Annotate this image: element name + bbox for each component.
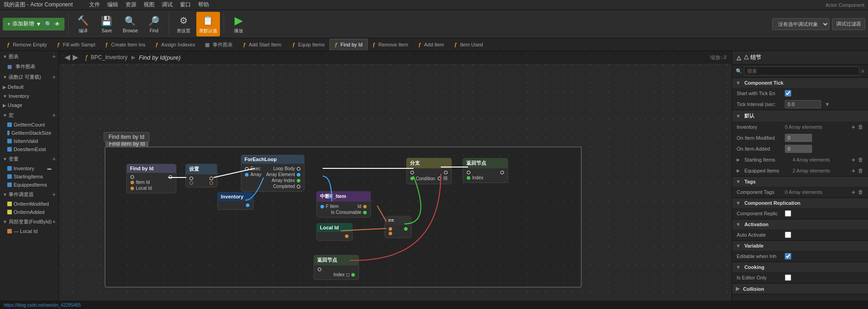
- section-replication-header[interactable]: ▼ Component Replication: [732, 198, 868, 208]
- panel-item-inventory-var[interactable]: Inventory ▬: [0, 164, 59, 172]
- add-dispatcher-btn[interactable]: +: [52, 191, 56, 198]
- panel-item-onitemmodified[interactable]: OnItemModified: [0, 200, 59, 208]
- panel-item-onitememadded[interactable]: OnItemAdded: [0, 208, 59, 216]
- panel-item-isitemvalid[interactable]: IsItemValid: [0, 137, 59, 145]
- tab-fill-sampl[interactable]: ƒ Fill with Sampl: [52, 39, 100, 51]
- tab-remove-empty[interactable]: ƒ Remove Empty: [2, 39, 52, 51]
- on-item-modified-input[interactable]: [785, 134, 812, 142]
- section-variable-header[interactable]: ▼ Variable: [732, 241, 868, 251]
- node-foreach[interactable]: ForEachLoop Exec Loop Body Array Array E…: [241, 155, 304, 192]
- section-graph[interactable]: ▼ 图表 +: [0, 51, 59, 62]
- tick-interval-input[interactable]: [785, 100, 821, 108]
- tab-remove-item[interactable]: ƒ Remove Item: [368, 39, 414, 51]
- panel-item-equippeditems-var[interactable]: EquippedItems: [0, 181, 59, 189]
- tick-enabled-checkbox[interactable]: [785, 90, 791, 96]
- section-collision-header[interactable]: ▶ Collision: [732, 284, 868, 294]
- save-button[interactable]: 💾 Save: [96, 12, 118, 36]
- tab-add-item[interactable]: ƒ Add Item: [413, 39, 449, 51]
- node-set[interactable]: 设置: [185, 164, 217, 187]
- section-activation-header[interactable]: ▼ Activation: [732, 219, 868, 229]
- component-tags-add-btn[interactable]: +: [852, 189, 855, 195]
- add-function-btn[interactable]: +: [52, 73, 56, 81]
- menu-help[interactable]: 帮助: [198, 1, 209, 9]
- add-variable-btn[interactable]: +: [52, 155, 56, 162]
- status-url[interactable]: https://blog.csdn.net/weixin_42295465: [4, 303, 81, 308]
- browse-button[interactable]: 🔍 Browse: [120, 12, 141, 36]
- tab-find-by-id[interactable]: ƒ Find by Id: [329, 39, 367, 51]
- panel-item-getitemstacksize[interactable]: GetItemStackSize: [0, 129, 59, 137]
- section-variables[interactable]: ▼ 变量 +: [0, 153, 59, 164]
- debug-filter-button[interactable]: 调试过滤器: [832, 18, 865, 30]
- section-local-vars[interactable]: ▼ 局部变量(FindById) +: [0, 216, 59, 227]
- node-return1[interactable]: 返回节点 Index: [463, 158, 508, 183]
- starting-items-trash-btn[interactable]: 🗑: [858, 157, 863, 162]
- node-branch[interactable]: 分支 Condition 假: [406, 158, 452, 184]
- panel-item-startingitems-var[interactable]: StartingItems: [0, 172, 59, 181]
- section-tick-header[interactable]: ▼ Component Tick: [732, 78, 868, 88]
- find-button[interactable]: 🔎 Find: [143, 12, 165, 36]
- equipped-items-add-btn[interactable]: +: [852, 167, 855, 174]
- menu-edit[interactable]: 编辑: [107, 1, 118, 9]
- right-search-input[interactable]: [744, 66, 860, 76]
- editable-when-checkbox[interactable]: [785, 253, 791, 259]
- search-list-icon[interactable]: ≡: [862, 68, 864, 74]
- inventory-trash-btn[interactable]: 🗑: [858, 124, 863, 130]
- add-new-button[interactable]: + 添加新增 ▼ 🔍 👁: [3, 18, 65, 30]
- debug-select[interactable]: 没有选中调试对象: [772, 18, 829, 30]
- section-inventory[interactable]: ▼ Inventory: [0, 91, 59, 101]
- canvas-area[interactable]: ◀ ▶ ƒ BPC_Inventory ▶ Find by Id(pure) 缩…: [59, 51, 732, 309]
- node-cast-item[interactable]: 中断F_Item F Item Id Is Consumable: [316, 191, 371, 218]
- component-tags-trash-btn[interactable]: 🗑: [858, 189, 863, 195]
- section-default[interactable]: ▶ Default: [0, 82, 59, 91]
- menu-view[interactable]: 视图: [144, 1, 155, 9]
- add-eye-icon[interactable]: 👁: [55, 21, 60, 27]
- panel-item-local-id[interactable]: — Local Id: [0, 227, 59, 235]
- add-macro-btn[interactable]: +: [52, 111, 56, 119]
- menu-debug[interactable]: 调试: [162, 1, 173, 9]
- menu-assets[interactable]: 资源: [125, 1, 136, 9]
- defaults-button[interactable]: 📋 类默认值: [196, 12, 220, 36]
- section-tags-header[interactable]: ▼ Tags: [732, 177, 868, 187]
- add-local-var-btn[interactable]: +: [52, 218, 56, 225]
- section-cooking-header[interactable]: ▼ Cooking: [732, 262, 868, 272]
- panel-item-getitemcount[interactable]: GetItemCount: [0, 121, 59, 129]
- tick-dropdown-icon[interactable]: ▼: [825, 101, 830, 107]
- starting-items-add-btn[interactable]: +: [852, 157, 855, 163]
- tab-add-start[interactable]: ƒ Add Start Item:: [238, 39, 287, 51]
- tab-item-used[interactable]: ƒ Item Used: [449, 39, 488, 51]
- section-functions[interactable]: ▼ 函数(2 可重载) +: [0, 71, 59, 82]
- panel-item-event-graph[interactable]: ▦ 事件图表: [0, 62, 59, 71]
- settings-button[interactable]: ⚙ 类设置: [173, 12, 195, 36]
- section-usage[interactable]: ▶ Usage: [0, 101, 59, 110]
- section-dispatchers[interactable]: ▼ 事件调度器 +: [0, 189, 59, 200]
- variable-icon: [7, 182, 12, 187]
- add-search-icon[interactable]: 🔍: [45, 21, 52, 27]
- add-graph-btn[interactable]: +: [52, 53, 56, 60]
- editor-only-checkbox[interactable]: [785, 274, 791, 281]
- component-replic-checkbox[interactable]: [785, 210, 791, 217]
- tab-event-graph[interactable]: ▦ 事件图表: [200, 39, 238, 51]
- panel-item-doesitemexist[interactable]: DoesItemExist: [0, 145, 59, 153]
- node-return2[interactable]: 返回节点 Index ◻: [314, 255, 359, 280]
- nav-forward-button[interactable]: ▶: [73, 54, 78, 61]
- node-equal[interactable]: ==: [384, 216, 412, 238]
- play-button[interactable]: ▶ 播放: [228, 12, 249, 36]
- tab-assign-indexes[interactable]: ƒ Assign Indexes: [150, 39, 200, 51]
- on-item-added-input[interactable]: [785, 145, 812, 153]
- node-find-by-id[interactable]: Find by Id Item Id Local Id: [126, 164, 176, 193]
- node-local-id[interactable]: Local Id: [316, 223, 353, 241]
- section-macros[interactable]: ▼ 宏 +: [0, 110, 59, 121]
- index-out-pin: [351, 273, 355, 277]
- equipped-items-trash-btn[interactable]: 🗑: [858, 168, 863, 173]
- section-defaults-header[interactable]: ▼ 默认: [732, 110, 868, 122]
- menu-window[interactable]: 窗口: [180, 1, 191, 9]
- menu-file[interactable]: 文件: [89, 1, 100, 9]
- node-inventory-var[interactable]: Inventory: [217, 192, 254, 210]
- tab-create-item[interactable]: ƒ Create Item Ins: [100, 39, 150, 51]
- nav-back-button[interactable]: ◀: [65, 54, 70, 61]
- compile-button[interactable]: 🔨 编译: [72, 12, 94, 36]
- inventory-add-btn[interactable]: +: [852, 124, 855, 130]
- auto-activate-checkbox[interactable]: [785, 232, 791, 238]
- tab-equip-items[interactable]: ƒ Equip Items: [287, 39, 329, 51]
- add-dropdown-icon[interactable]: ▼: [36, 21, 41, 27]
